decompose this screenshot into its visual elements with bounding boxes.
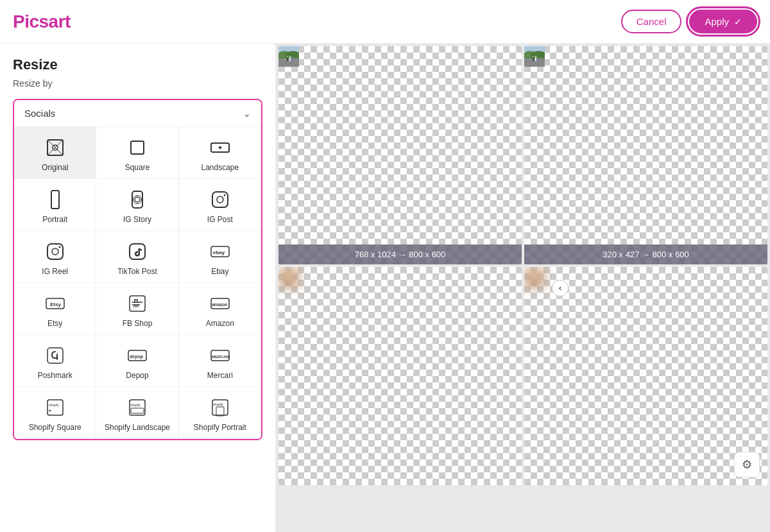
option-shopify-landscape-label: Shopify Landscape (105, 423, 170, 432)
svg-point-58 (533, 56, 534, 57)
shopify-portrait-icon: shopify (209, 396, 232, 419)
portrait-icon (44, 188, 67, 211)
svg-rect-44 (278, 58, 299, 67)
mercari-icon: MERCARI (209, 344, 232, 367)
svg-rect-37 (216, 407, 224, 416)
image-caption-1: 768 x 1024 → 800 x 600 (278, 245, 522, 264)
option-amazon[interactable]: amazon Amazon (179, 283, 261, 335)
ig-post-icon (209, 188, 232, 211)
svg-point-43 (281, 55, 282, 56)
shopify-landscape-icon: shopify (126, 396, 149, 419)
options-grid: Original Square (14, 126, 261, 439)
image-card-2: 320 x 427 → 800 x 600 (524, 46, 767, 264)
svg-rect-56 (524, 58, 545, 67)
svg-text:ebay: ebay (213, 250, 225, 255)
header: Picsart Cancel Apply ✓ (0, 0, 770, 44)
socials-dropdown[interactable]: Socials ⌄ (14, 100, 261, 126)
svg-rect-68 (282, 271, 284, 273)
svg-rect-80 (531, 271, 533, 273)
option-original-label: Original (42, 163, 68, 172)
settings-button[interactable]: ⚙ (734, 452, 760, 477)
apply-button[interactable]: Apply ✓ (689, 10, 757, 33)
fb-shop-icon (126, 292, 149, 315)
svg-rect-82 (535, 271, 537, 273)
svg-point-46 (287, 56, 288, 57)
ig-story-icon (126, 188, 149, 211)
left-panel: Resize Resize by Socials ⌄ (0, 44, 276, 532)
logo-text: Picsart (13, 12, 71, 32)
svg-rect-4 (131, 141, 144, 154)
svg-text:depop: depop (130, 354, 143, 359)
ebay-icon: ebay (209, 240, 232, 263)
svg-rect-79 (529, 271, 531, 273)
svg-point-60 (535, 56, 536, 57)
checkmark-icon: ✓ (734, 17, 742, 27)
svg-point-8 (135, 197, 140, 202)
svg-rect-70 (286, 271, 287, 273)
svg-rect-72 (289, 271, 291, 273)
svg-rect-69 (284, 271, 286, 273)
etsy-icon: Etsy (44, 292, 67, 315)
option-fb-shop[interactable]: FB Shop (96, 283, 178, 335)
option-mercari-label: Mercari (207, 371, 233, 380)
svg-rect-45 (287, 57, 288, 62)
svg-text:amazon: amazon (212, 302, 227, 307)
option-amazon-label: Amazon (206, 319, 234, 328)
svg-rect-32 (130, 400, 145, 415)
shopify-square-icon: shopify ■ (44, 396, 67, 419)
option-portrait[interactable]: Portrait (14, 179, 96, 231)
svg-rect-21 (130, 296, 145, 311)
apply-label: Apply (705, 16, 729, 27)
svg-text:Etsy: Etsy (50, 302, 61, 307)
ig-reel-icon (44, 240, 67, 263)
collapse-panel-button[interactable]: ‹ (552, 280, 569, 296)
option-ig-story-label: IG Story (123, 215, 151, 224)
svg-rect-10 (212, 192, 228, 207)
svg-rect-81 (533, 271, 535, 273)
option-shopify-portrait[interactable]: shopify Shopify Portrait (179, 387, 261, 439)
poshmark-icon (44, 344, 67, 367)
option-shopify-portrait-label: Shopify Portrait (194, 423, 246, 432)
option-square-label: Square (125, 163, 150, 172)
image-card-1: 768 x 1024 → 800 x 600 (278, 46, 522, 264)
dropdown-label: Socials (24, 108, 55, 119)
svg-point-11 (217, 196, 223, 203)
option-poshmark[interactable]: Poshmark (14, 335, 96, 387)
option-original[interactable]: Original (14, 127, 96, 179)
square-icon (126, 136, 149, 159)
option-landscape[interactable]: Landscape (179, 127, 261, 179)
option-poshmark-label: Poshmark (38, 371, 73, 380)
svg-rect-77 (530, 273, 538, 279)
image-caption-2: 320 x 427 → 800 x 600 (524, 245, 767, 264)
option-square[interactable]: Square (96, 127, 178, 179)
logo: Picsart (13, 12, 71, 32)
images-container: 768 x 1024 → 800 x 600 (276, 44, 770, 488)
svg-text:shopify: shopify (213, 402, 223, 406)
option-ebay[interactable]: ebay Ebay (179, 231, 261, 283)
socials-dropdown-wrapper: Socials ⌄ Original (13, 99, 262, 440)
left-arrow-icon: ‹ (559, 284, 561, 293)
option-ig-post[interactable]: IG Post (179, 179, 261, 231)
option-tiktok[interactable]: TikTok Post (96, 231, 178, 283)
svg-point-12 (223, 194, 225, 196)
images-grid: 768 x 1024 → 800 x 600 (276, 44, 770, 488)
svg-rect-13 (47, 244, 63, 259)
svg-point-54 (527, 55, 529, 56)
option-shopify-square[interactable]: shopify ■ Shopify Square (14, 387, 96, 439)
option-ebay-label: Ebay (211, 267, 228, 276)
option-fb-shop-label: FB Shop (123, 319, 153, 328)
option-shopify-square-label: Shopify Square (29, 423, 81, 432)
svg-rect-47 (289, 56, 291, 61)
cancel-button[interactable]: Cancel (621, 10, 682, 33)
original-icon (44, 136, 67, 159)
option-etsy[interactable]: Etsy Etsy (14, 283, 96, 335)
svg-rect-29 (47, 400, 63, 415)
option-ig-reel[interactable]: IG Reel (14, 231, 96, 283)
option-ig-story[interactable]: IG Story (96, 179, 178, 231)
option-shopify-landscape[interactable]: shopify Shopify Landscape (96, 387, 178, 439)
option-landscape-label: Landscape (201, 163, 239, 172)
option-depop[interactable]: depop Depop (96, 335, 178, 387)
option-mercari[interactable]: MERCARI Mercari (179, 335, 261, 387)
svg-point-42 (282, 55, 283, 56)
option-ig-post-label: IG Post (207, 215, 233, 224)
